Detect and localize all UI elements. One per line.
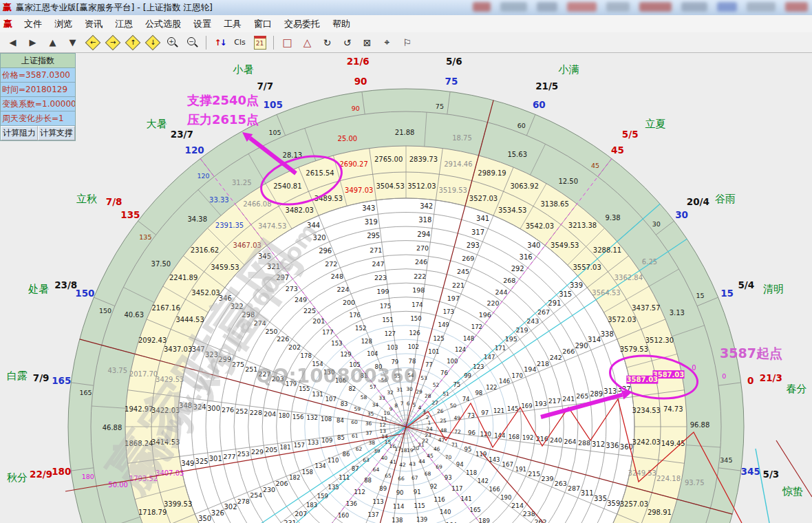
svg-text:45: 45	[591, 162, 599, 169]
svg-text:218: 218	[537, 360, 549, 367]
menu-bar: 赢 文件浏览资讯江恩公式选股设置工具窗口交易委托帮助	[0, 15, 812, 33]
svg-text:63: 63	[363, 457, 370, 463]
svg-text:33.33: 33.33	[209, 196, 229, 204]
title-bar: 赢 赢家江恩专业版[赢家服务平台] - [上证指数 江恩轮]	[0, 0, 812, 16]
svg-text:225: 225	[303, 307, 316, 314]
svg-text:58: 58	[361, 394, 367, 401]
svg-text:99: 99	[464, 372, 471, 379]
clear-drawings-icon[interactable]: Cls	[231, 34, 249, 51]
menu-item-3[interactable]: 江恩	[109, 17, 139, 32]
svg-text:316: 316	[520, 253, 533, 261]
menu-item-8[interactable]: 交易委托	[278, 17, 326, 32]
pan-right-icon[interactable]: →	[103, 34, 122, 51]
svg-text:小满: 小满	[557, 63, 579, 76]
scroll-down-icon[interactable]: ▼	[63, 34, 82, 51]
pan-left-icon[interactable]: ←	[83, 34, 102, 51]
svg-text:360: 360	[620, 443, 633, 451]
svg-text:53: 53	[420, 375, 427, 381]
svg-text:190: 190	[500, 494, 511, 501]
draw-triangle-icon[interactable]: △	[298, 34, 317, 51]
calc-support-button[interactable]: 计算支撑	[38, 126, 75, 140]
svg-text:103: 103	[387, 344, 398, 351]
svg-text:133: 133	[308, 439, 319, 446]
svg-text:32: 32	[387, 389, 394, 396]
crosshair-icon[interactable]: ⌖	[378, 34, 396, 51]
flag-marker-icon[interactable]: ⚐	[398, 34, 416, 51]
svg-text:8: 8	[394, 403, 398, 409]
svg-text:97: 97	[481, 409, 489, 416]
svg-text:21.88: 21.88	[395, 129, 415, 136]
menu-item-2[interactable]: 资讯	[78, 17, 109, 32]
svg-text:3587起点: 3587起点	[720, 345, 782, 361]
svg-text:204: 204	[264, 410, 276, 418]
svg-text:313: 313	[603, 387, 617, 395]
svg-text:5/3: 5/3	[763, 469, 780, 480]
menu-item-5[interactable]: 设置	[187, 17, 217, 32]
scroll-left-icon[interactable]: ◀	[3, 34, 22, 51]
delete-box-icon[interactable]: ⊠	[358, 34, 376, 51]
blurred-item	[500, 2, 527, 12]
svg-text:QQ:100800360: QQ:100800360	[256, 365, 417, 387]
blurred-item	[567, 2, 597, 12]
svg-text:224: 224	[336, 286, 349, 293]
menu-item-7[interactable]: 窗口	[248, 17, 278, 32]
calendar-icon[interactable]: 21	[250, 34, 269, 51]
svg-text:3213.38: 3213.38	[568, 222, 597, 229]
svg-text:21/3: 21/3	[760, 372, 782, 383]
svg-text:149.45: 149.45	[661, 440, 685, 447]
zoom-in-icon[interactable]: +	[163, 34, 182, 51]
svg-text:134: 134	[314, 462, 325, 469]
svg-text:15: 15	[720, 288, 734, 299]
menu-item-4[interactable]: 公式选股	[139, 17, 187, 32]
svg-text:60: 60	[517, 122, 526, 129]
svg-text:264: 264	[564, 438, 577, 445]
svg-text:1: 1	[427, 420, 431, 426]
svg-text:245: 245	[457, 268, 469, 275]
gann-wheel-chart[interactable]: 0153045607590105120135150165180195210225…	[0, 0, 812, 523]
svg-text:317: 317	[471, 228, 484, 236]
svg-text:2466.08: 2466.08	[243, 200, 271, 208]
svg-text:176: 176	[349, 312, 360, 319]
price-scale-toggle-icon[interactable]: ↑↓	[211, 34, 229, 51]
svg-text:白露: 白露	[7, 370, 28, 382]
draw-square-icon[interactable]: □	[278, 34, 297, 51]
svg-text:3482.03: 3482.03	[286, 206, 314, 214]
svg-text:18.75: 18.75	[452, 134, 472, 142]
svg-text:138: 138	[392, 517, 403, 523]
menu-item-9[interactable]: 帮助	[326, 17, 356, 32]
svg-text:293: 293	[467, 242, 480, 249]
svg-text:298.91: 298.91	[648, 509, 672, 516]
menu-item-0[interactable]: 文件	[18, 17, 48, 32]
scroll-up-icon[interactable]: ▲	[43, 34, 62, 51]
pan-up-icon[interactable]: ↑	[123, 34, 142, 51]
svg-text:23/7: 23/7	[171, 129, 193, 140]
zoom-out-icon[interactable]: −	[183, 34, 202, 51]
svg-text:22/9: 22/9	[30, 469, 52, 480]
svg-text:2914.46: 2914.46	[444, 160, 472, 168]
svg-text:67: 67	[412, 475, 418, 481]
menu-item-6[interactable]: 工具	[217, 17, 248, 32]
svg-text:64: 64	[373, 467, 380, 473]
svg-text:342: 342	[420, 202, 433, 210]
svg-text:292: 292	[511, 265, 524, 273]
svg-text:100: 100	[447, 358, 458, 365]
svg-text:2765.00: 2765.00	[374, 156, 403, 163]
scroll-right-icon[interactable]: ▶	[23, 34, 42, 51]
svg-text:253: 253	[237, 450, 250, 458]
menu-item-1[interactable]: 浏览	[48, 17, 78, 32]
svg-text:136: 136	[346, 500, 357, 507]
rotate-ccw-icon[interactable]: ↺	[338, 34, 356, 51]
toolbar-separator	[273, 36, 274, 50]
svg-text:23/8: 23/8	[54, 279, 77, 290]
svg-text:44: 44	[418, 458, 425, 465]
pan-down-icon[interactable]: ↓	[143, 34, 162, 51]
svg-text:0: 0	[722, 372, 726, 380]
rotate-cw-icon[interactable]: ↻	[318, 34, 336, 51]
svg-text:4: 4	[418, 405, 421, 411]
svg-text:254: 254	[250, 491, 262, 499]
svg-text:74.73: 74.73	[663, 405, 683, 413]
svg-text:242: 242	[550, 354, 562, 361]
calc-resistance-button[interactable]: 计算阻力	[1, 126, 38, 140]
svg-text:205: 205	[265, 446, 277, 453]
svg-text:201: 201	[312, 317, 325, 325]
